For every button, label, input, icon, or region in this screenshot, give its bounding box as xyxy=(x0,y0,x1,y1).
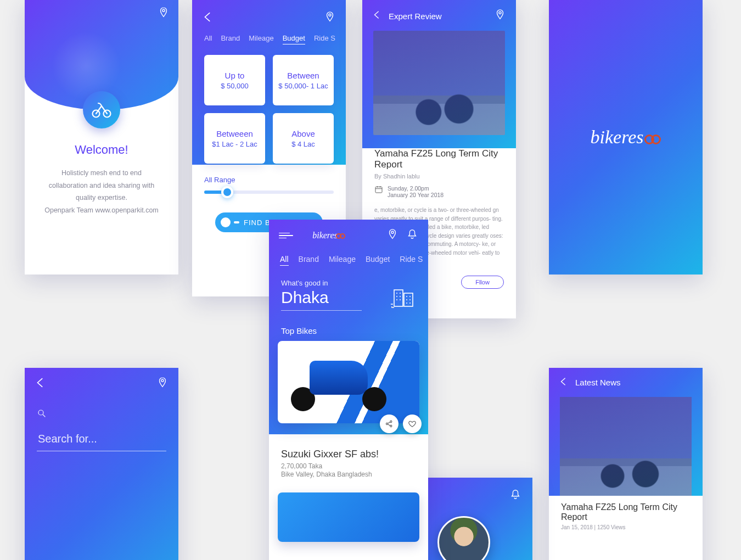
budget-card-above[interactable]: Above $ 4 Lac xyxy=(273,113,334,164)
bell-icon[interactable] xyxy=(509,489,521,503)
bell-icon[interactable] xyxy=(406,228,418,243)
svg-rect-5 xyxy=(375,187,382,193)
location-pin-icon[interactable] xyxy=(156,377,169,391)
section-top-bikes: Top Bikes xyxy=(269,316,428,341)
search-icon[interactable] xyxy=(37,411,47,420)
welcome-title: Welcome! xyxy=(40,143,163,157)
bike-price: 2,70,000 Taka xyxy=(281,462,416,470)
welcome-hero xyxy=(25,0,178,110)
filter-tabs: All Brand Mileage Budget Ride S xyxy=(192,31,346,53)
tab-brand[interactable]: Brand xyxy=(299,255,319,266)
tab-budget[interactable]: Budget xyxy=(283,34,305,44)
tab-mileage[interactable]: Mileage xyxy=(329,255,356,266)
city-name[interactable]: Dhaka xyxy=(281,287,362,311)
svg-point-3 xyxy=(329,14,331,16)
app-brand-logo-small: bikeres xyxy=(312,231,345,240)
tab-ride[interactable]: Ride S xyxy=(314,34,335,44)
svg-point-7 xyxy=(38,410,43,415)
budget-card-between-1[interactable]: Between $ 50,000- 1 Lac xyxy=(273,55,334,105)
news-title: Yamaha FZ25 Long Term City Report xyxy=(561,502,691,522)
bike-name: Suzuki Gixxer SF abs! xyxy=(281,449,416,460)
budget-card-between-2[interactable]: Betweeen $1 Lac - 2 Lac xyxy=(204,113,265,164)
search-input[interactable]: Search for... xyxy=(37,429,166,451)
article-date: Sunday, 2.00pm January 20 Year 2018 xyxy=(374,185,504,198)
app-brand-logo: bikeres xyxy=(591,127,661,148)
svg-point-8 xyxy=(391,231,394,233)
article-title: Yamaha FZ25 Long Term City Report xyxy=(374,148,504,170)
range-label: All Range xyxy=(204,176,334,184)
svg-point-4 xyxy=(499,12,501,14)
tab-ride[interactable]: Ride S xyxy=(400,255,423,266)
welcome-text: Holisticly mesh end to end collaboration… xyxy=(40,167,163,216)
svg-point-6 xyxy=(161,379,164,382)
calendar-icon xyxy=(374,185,383,194)
bike-location: Bike Valley, Dhaka Bangladesh xyxy=(281,471,416,478)
page-title: Expert Review xyxy=(389,12,442,21)
location-pin-icon[interactable] xyxy=(324,11,336,25)
tab-brand[interactable]: Brand xyxy=(221,34,240,44)
splash-screen: bikeres xyxy=(549,0,703,275)
hamburger-menu-icon[interactable] xyxy=(279,233,293,239)
buildings-icon xyxy=(391,287,416,311)
home-screen: bikeres All Brand Mileage Budget Ride S … xyxy=(269,220,428,560)
page-title: Latest News xyxy=(575,378,621,387)
location-pin-icon[interactable] xyxy=(386,228,398,243)
next-bike-card[interactable] xyxy=(278,492,419,542)
top-bike-card[interactable] xyxy=(278,341,419,423)
location-pin-icon[interactable] xyxy=(494,9,506,23)
tab-budget[interactable]: Budget xyxy=(366,255,390,266)
latest-news-screen: Latest News Yamaha FZ25 Long Term City R… xyxy=(549,368,703,560)
tab-all[interactable]: All xyxy=(280,255,289,266)
back-icon[interactable] xyxy=(372,10,382,22)
news-hero-image xyxy=(560,397,692,496)
svg-rect-10 xyxy=(404,293,413,306)
article-hero-image xyxy=(373,31,505,135)
back-icon[interactable] xyxy=(35,377,47,391)
user-avatar[interactable] xyxy=(437,516,490,560)
city-prompt: What's good in xyxy=(281,279,362,287)
article-author: By Shadhin lablu xyxy=(374,173,504,180)
price-range-slider[interactable] xyxy=(204,191,334,194)
heart-icon[interactable] xyxy=(403,415,422,433)
budget-card-upto[interactable]: Up to $ 50,000 xyxy=(204,55,265,105)
news-meta: Jan 15, 2018 | 1250 Views xyxy=(561,524,691,530)
home-tabs: All Brand Mileage Budget Ride S xyxy=(269,247,428,276)
tab-mileage[interactable]: Mileage xyxy=(249,34,274,44)
back-icon[interactable] xyxy=(559,377,569,388)
svg-rect-9 xyxy=(394,290,403,306)
bike-image xyxy=(291,357,386,411)
search-screen: Search for... xyxy=(25,368,178,560)
share-icon[interactable] xyxy=(380,415,398,433)
tab-all[interactable]: All xyxy=(204,34,212,44)
back-icon[interactable] xyxy=(202,11,214,25)
follow-button[interactable]: Fllow xyxy=(461,276,504,289)
svg-point-0 xyxy=(162,9,165,12)
location-pin-icon[interactable] xyxy=(158,7,170,21)
welcome-screen: Welcome! Holisticly mesh end to end coll… xyxy=(25,0,178,275)
app-logo-badge xyxy=(83,91,120,128)
